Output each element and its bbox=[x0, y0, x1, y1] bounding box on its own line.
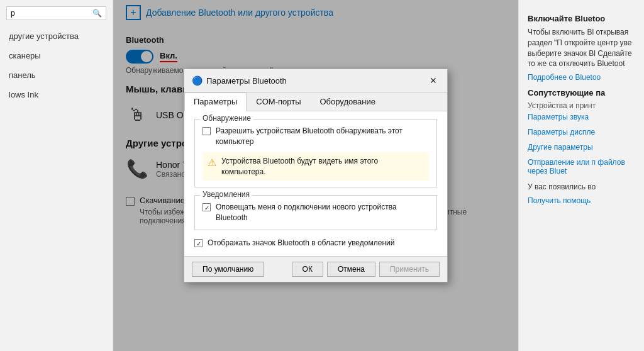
search-input[interactable] bbox=[11, 9, 92, 18]
dialog-title-text: Параметры Bluetooth bbox=[206, 76, 287, 86]
dialog-titlebar: 🔵 Параметры Bluetooth ✕ bbox=[184, 69, 447, 92]
notify-checkbox-label: Оповещать меня о подключении нового устр… bbox=[216, 202, 429, 223]
notifications-group-label: Уведомления bbox=[200, 190, 252, 199]
sidebar-item-scanners[interactable]: сканеры bbox=[0, 46, 113, 65]
default-button[interactable]: По умолчанию bbox=[192, 262, 264, 277]
dialog-tabs: Параметры COM-порты Оборудование bbox=[184, 92, 447, 111]
search-box[interactable]: 🔍 bbox=[6, 6, 106, 20]
right-text-1: Чтобы включить Bl открывая раздел "П отк… bbox=[528, 27, 635, 69]
dialog-title-left: 🔵 Параметры Bluetooth bbox=[192, 75, 287, 86]
show-icon-label: Отображать значок Bluetooth в области ув… bbox=[208, 238, 394, 248]
right-link-bluetooth[interactable]: Подробнее о Bluetoo bbox=[528, 73, 635, 82]
tab-hardware[interactable]: Оборудование bbox=[310, 92, 384, 111]
dialog-footer: По умолчанию ОК Отмена Применить bbox=[184, 256, 447, 282]
notifications-group: Уведомления Оповещать меня о подключении… bbox=[194, 195, 437, 230]
right-link-other[interactable]: Другие параметры bbox=[528, 143, 635, 152]
discovery-checkbox[interactable] bbox=[203, 127, 211, 135]
right-title-2: Сопутствующие па bbox=[528, 88, 635, 98]
cancel-button[interactable]: Отмена bbox=[327, 262, 375, 277]
show-icon-row: Отображать значок Bluetooth в области ув… bbox=[194, 238, 437, 248]
warning-icon: ⚠ bbox=[208, 157, 216, 169]
modal-overlay: 🔵 Параметры Bluetooth ✕ Параметры COM-по… bbox=[113, 0, 518, 351]
bluetooth-settings-dialog: 🔵 Параметры Bluetooth ✕ Параметры COM-по… bbox=[184, 69, 448, 282]
notify-checkbox[interactable] bbox=[203, 203, 211, 211]
right-text-2: Устройства и принт bbox=[528, 101, 635, 110]
discovery-group: Обнаружение Разрешить устройствам Blueto… bbox=[194, 119, 437, 187]
tab-parameters[interactable]: Параметры bbox=[184, 92, 247, 111]
show-icon-checkbox[interactable] bbox=[194, 239, 203, 247]
dialog-close-button[interactable]: ✕ bbox=[427, 74, 440, 87]
search-icon: 🔍 bbox=[92, 9, 102, 18]
sidebar-item-ink[interactable]: lows Ink bbox=[0, 85, 113, 104]
discovery-group-label: Обнаружение bbox=[200, 114, 253, 123]
discovery-checkbox-row: Разрешить устройствам Bluetooth обнаружи… bbox=[203, 126, 429, 147]
dialog-body: Обнаружение Разрешить устройствам Blueto… bbox=[184, 111, 447, 256]
notify-checkbox-row: Оповещать меня о подключении нового устр… bbox=[203, 202, 429, 223]
right-link-display[interactable]: Параметры дисплe bbox=[528, 128, 635, 136]
discovery-checkbox-label: Разрешить устройствам Bluetooth обнаружи… bbox=[216, 126, 429, 147]
right-panel: Включайте Bluetoo Чтобы включить Bl откр… bbox=[518, 0, 644, 351]
sidebar-item-other-devices[interactable]: другие устройства bbox=[0, 26, 113, 46]
right-link-send[interactable]: Отправление или п файлов через Bluet bbox=[528, 158, 635, 176]
main-content: + Добавление Bluetooth или другого устро… bbox=[113, 0, 518, 351]
right-title-1: Включайте Bluetoo bbox=[528, 14, 635, 23]
sidebar-item-panel[interactable]: панель bbox=[0, 65, 113, 85]
dialog-bluetooth-icon: 🔵 bbox=[192, 75, 203, 86]
left-sidebar: 🔍 другие устройства сканеры панель lows … bbox=[0, 0, 113, 351]
apply-button[interactable]: Применить bbox=[379, 262, 440, 277]
ok-button[interactable]: ОК bbox=[292, 262, 323, 277]
right-link-help[interactable]: Получить помощь bbox=[528, 196, 635, 205]
warning-row: ⚠ Устройства Bluetooth будут видеть имя … bbox=[203, 152, 429, 181]
tab-com-ports[interactable]: COM-порты bbox=[247, 92, 310, 111]
warning-text: Устройства Bluetooth будут видеть имя эт… bbox=[221, 156, 424, 177]
right-text-3: У вас появились во bbox=[528, 182, 635, 192]
right-link-sound[interactable]: Параметры звука bbox=[528, 113, 635, 121]
